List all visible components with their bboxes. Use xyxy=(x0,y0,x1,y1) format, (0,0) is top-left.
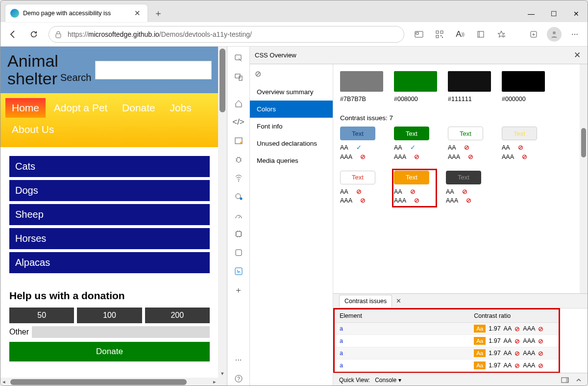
list-item[interactable]: Dogs xyxy=(9,180,210,201)
window-controls: ― ☐ ✕ xyxy=(520,5,588,22)
elements-icon[interactable]: </> xyxy=(231,114,246,130)
performance-icon[interactable] xyxy=(231,207,246,223)
tab-title: Demo page with accessibility iss xyxy=(23,10,132,17)
svg-rect-6 xyxy=(441,35,441,36)
tab-close-icon[interactable]: ✕ xyxy=(132,9,143,18)
clear-icon[interactable]: ⊘ xyxy=(250,64,333,83)
color-swatch[interactable]: #000000 xyxy=(502,71,545,103)
edge-favicon xyxy=(10,9,19,18)
table-row[interactable]: aAa1.97AA⊘AAA⊘ xyxy=(335,347,559,360)
contrast-tile[interactable]: Text AA⊘ AAA⊘ xyxy=(393,170,436,207)
titlebar: Demo page with accessibility iss ✕ ＋ ― ☐… xyxy=(0,0,588,22)
bug-icon[interactable] xyxy=(231,152,246,167)
address-bar[interactable]: https://microsoftedge.github.io/Demos/de… xyxy=(49,26,404,43)
list-item[interactable]: Horses xyxy=(9,228,210,249)
amount-200[interactable]: 200 xyxy=(145,308,210,323)
nav-donate[interactable]: Donate xyxy=(116,98,162,118)
search-input[interactable] xyxy=(95,61,212,79)
menu-media[interactable]: Media queries xyxy=(250,152,333,169)
color-swatch[interactable]: #111111 xyxy=(448,71,491,103)
contrast-issues-panel: Contrast issues ✕ Element Contrast ratio… xyxy=(333,293,588,373)
chevron-up-icon[interactable] xyxy=(576,377,582,383)
console-icon[interactable] xyxy=(231,133,246,149)
donate-button[interactable]: Donate xyxy=(9,342,210,361)
menu-overview[interactable]: Overview summary xyxy=(250,83,333,101)
more-menu-icon[interactable]: ··· xyxy=(566,26,584,43)
amount-100[interactable]: 100 xyxy=(77,308,142,323)
profile-avatar[interactable] xyxy=(545,26,563,43)
list-item[interactable]: Cats xyxy=(9,156,210,177)
dock-icon[interactable] xyxy=(561,377,569,383)
svg-rect-22 xyxy=(236,232,241,236)
contrast-tab[interactable]: Contrast issues xyxy=(339,295,392,307)
network-icon[interactable] xyxy=(231,170,246,186)
back-button[interactable] xyxy=(4,26,22,43)
amount-50[interactable]: 50 xyxy=(9,308,74,323)
favorites-icon[interactable]: + xyxy=(492,26,510,43)
page-vertical-scrollbar[interactable]: ▴▾ xyxy=(218,47,227,386)
more-tools-icon[interactable]: ··· xyxy=(231,352,246,368)
devtools-icon-rail: </> ＋ ··· ? xyxy=(227,47,250,386)
contrast-tile[interactable]: Text AA⊘ AAA⊘ xyxy=(448,127,491,162)
screenshot-icon[interactable] xyxy=(410,26,428,43)
browser-tab[interactable]: Demo page with accessibility iss ✕ xyxy=(5,4,147,22)
page-horizontal-scrollbar[interactable]: ◂▸ xyxy=(0,378,218,386)
svg-rect-5 xyxy=(436,35,439,38)
application-icon[interactable] xyxy=(231,245,246,260)
close-contrast-tab-icon[interactable]: ✕ xyxy=(396,297,401,305)
menu-unused[interactable]: Unused declarations xyxy=(250,135,333,152)
svg-rect-24 xyxy=(235,268,242,275)
refresh-button[interactable] xyxy=(25,26,43,43)
search-label: Search xyxy=(60,72,91,83)
pane-scrollbar[interactable] xyxy=(580,64,588,293)
svg-rect-8 xyxy=(478,31,484,37)
contrast-issues-heading: Contrast issues: 7 xyxy=(340,114,581,122)
quickview-value[interactable]: Console ▾ xyxy=(375,377,401,384)
menu-fontinfo[interactable]: Font info xyxy=(250,118,333,135)
nav-adopt[interactable]: Adopt a Pet xyxy=(48,98,114,118)
contrast-tile[interactable]: Text AA⊘ AAA⊘ xyxy=(446,171,489,206)
lightbulb-icon[interactable] xyxy=(231,189,246,205)
contrast-tile[interactable]: Text AA⊘ AAA⊘ xyxy=(340,171,383,206)
contrast-tile[interactable]: Text AA✓ AAA⊘ xyxy=(394,127,437,162)
css-overview-icon[interactable] xyxy=(231,263,246,279)
device-icon[interactable] xyxy=(231,69,246,85)
list-item[interactable]: Alpacas xyxy=(9,252,210,273)
svg-point-19 xyxy=(238,180,239,181)
other-amount-input[interactable] xyxy=(32,326,210,338)
list-item[interactable]: Sheep xyxy=(9,204,210,225)
nav-home[interactable]: Home xyxy=(5,98,46,118)
donation-heading: Help us with a donation xyxy=(9,290,210,302)
minimize-button[interactable]: ― xyxy=(520,5,542,22)
collections-icon[interactable] xyxy=(472,26,490,43)
new-tab-button[interactable]: ＋ xyxy=(150,5,166,21)
color-swatch[interactable]: #7B7B7B xyxy=(340,71,383,103)
color-swatch[interactable]: #008000 xyxy=(394,71,437,103)
menu-colors[interactable]: Colors xyxy=(250,101,333,118)
category-list: Cats Dogs Sheep Horses Alpacas xyxy=(0,147,219,273)
main-nav: Home Adopt a Pet Donate Jobs About Us xyxy=(0,93,219,147)
nav-about[interactable]: About Us xyxy=(5,120,60,139)
add-tool-icon[interactable]: ＋ xyxy=(231,282,246,298)
extensions-icon[interactable]: + xyxy=(525,26,542,43)
qr-icon[interactable] xyxy=(431,26,448,43)
close-window-button[interactable]: ✕ xyxy=(565,5,588,22)
memory-icon[interactable] xyxy=(231,226,246,242)
contrast-tile[interactable]: Text AA⊘ AAA⊘ xyxy=(502,127,545,162)
contrast-tile[interactable]: Text AA✓ AAA⊘ xyxy=(340,127,383,162)
home-icon[interactable] xyxy=(231,96,246,111)
inspect-icon[interactable] xyxy=(231,51,246,66)
close-devtools-icon[interactable]: ✕ xyxy=(572,48,583,62)
maximize-button[interactable]: ☐ xyxy=(542,5,565,22)
site-header: Animalshelter Search xyxy=(0,47,219,93)
help-icon[interactable]: ? xyxy=(231,371,246,386)
rendered-page: Animalshelter Search Home Adopt a Pet Do… xyxy=(0,47,227,386)
contrast-table: Element Contrast ratio aAa1.97AA⊘AAA⊘aAa… xyxy=(335,309,559,372)
nav-jobs[interactable]: Jobs xyxy=(163,98,197,118)
table-row[interactable]: aAa1.97AA⊘AAA⊘ xyxy=(335,335,559,347)
site-title: Animalshelter xyxy=(7,52,58,87)
table-row[interactable]: aAa1.97AA⊘AAA⊘ xyxy=(335,323,559,335)
svg-text:?: ? xyxy=(237,376,240,382)
read-aloud-icon[interactable]: A)) xyxy=(451,26,469,43)
table-row[interactable]: aAa1.97AA⊘AAA⊘ xyxy=(335,360,559,372)
